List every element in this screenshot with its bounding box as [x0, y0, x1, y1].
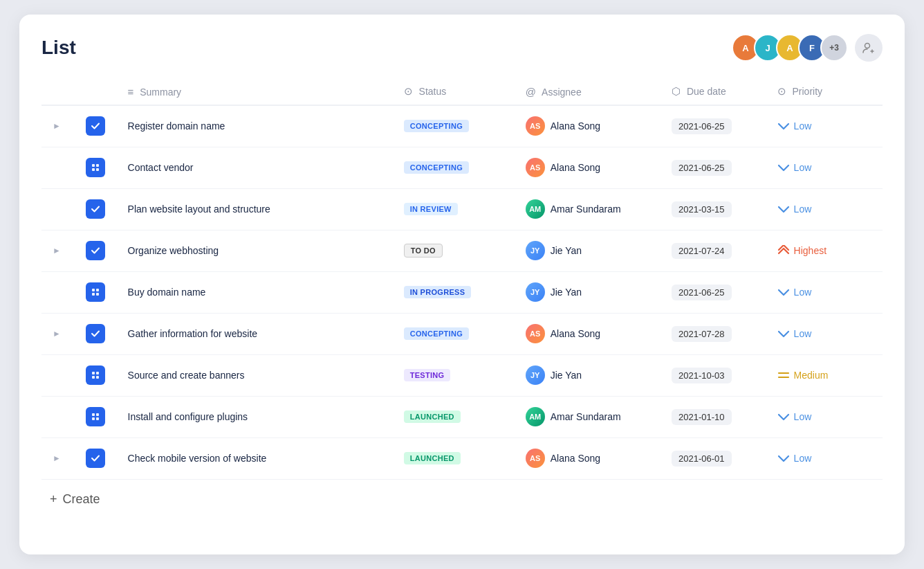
status-cell: CONCEPTING [396, 313, 517, 354]
th-duedate[interactable]: ⬡ Due date [663, 78, 769, 105]
subtask-icon[interactable] [86, 365, 105, 385]
checkbox-icon[interactable] [86, 199, 105, 219]
priority-label: Highest [794, 245, 826, 256]
table-header-row: ≡ Summary ⊙ Status @ Assignee ⬡ Due date… [41, 78, 883, 105]
assignee-avatar: AM [526, 407, 545, 426]
icon-cell [77, 354, 120, 396]
checkbox-icon[interactable] [86, 241, 105, 260]
expand-button[interactable]: ► [50, 118, 64, 134]
assignee-icon: @ [526, 86, 536, 98]
status-badge[interactable]: CONCEPTING [404, 120, 469, 132]
priority-label: Medium [794, 370, 829, 381]
assignee-avatar: AS [526, 116, 545, 136]
duedate-icon: ⬡ [672, 85, 681, 97]
expand-button[interactable]: ► [50, 326, 64, 341]
checkbox-icon[interactable] [86, 324, 105, 343]
status-cell: LAUNCHED [396, 396, 517, 437]
status-icon: ⊙ [404, 85, 413, 97]
status-cell: TESTING [396, 354, 517, 396]
avatar-group: AJAF+3 [732, 34, 848, 62]
assignee-cell: ASAlana Song [517, 147, 663, 188]
expand-cell [41, 188, 77, 230]
status-badge[interactable]: TO DO [404, 244, 443, 258]
th-icon [77, 78, 120, 105]
status-badge[interactable]: CONCEPTING [404, 161, 469, 174]
th-assignee[interactable]: @ Assignee [517, 78, 663, 105]
status-badge[interactable]: LAUNCHED [404, 410, 461, 423]
priority-icon [777, 287, 790, 297]
status-badge[interactable]: LAUNCHED [404, 452, 461, 464]
duedate-cell: 2021-01-10 [663, 396, 769, 437]
priority-icon [777, 204, 790, 214]
priority-value: Highest [777, 245, 874, 256]
assignee-cell: JYJie Yan [517, 230, 663, 271]
table-row: Contact vendorCONCEPTINGASAlana Song2021… [41, 147, 883, 188]
expand-cell: ► [41, 230, 77, 271]
assignee-avatar: JY [526, 365, 545, 385]
status-badge[interactable]: CONCEPTING [404, 327, 469, 340]
expand-cell [41, 147, 77, 188]
summary-cell: Check mobile version of website [120, 437, 396, 479]
duedate-badge: 2021-03-15 [672, 201, 732, 217]
priority-value: Low [777, 120, 874, 132]
priority-label: Priority [793, 86, 823, 97]
duedate-cell: 2021-06-25 [663, 105, 769, 147]
status-cell: LAUNCHED [396, 437, 517, 479]
th-status[interactable]: ⊙ Status [396, 78, 517, 105]
priority-label: Low [794, 411, 812, 422]
table-row: Install and configure pluginsLAUNCHEDAMA… [41, 396, 883, 437]
th-summary[interactable]: ≡ Summary [120, 78, 396, 105]
expand-cell: ► [41, 437, 77, 479]
duedate-cell: 2021-07-28 [663, 313, 769, 354]
svg-rect-2 [96, 164, 99, 167]
status-badge[interactable]: IN REVIEW [404, 203, 458, 215]
duedate-badge: 2021-07-28 [672, 326, 732, 342]
duedate-cell: 2021-06-25 [663, 147, 769, 188]
assignee-avatar: AS [526, 324, 545, 343]
priority-label: Low [794, 328, 812, 339]
status-badge[interactable]: TESTING [404, 369, 451, 381]
priority-label: Low [794, 162, 812, 173]
checkbox-icon[interactable] [86, 449, 105, 468]
assignee-cell: JYJie Yan [517, 354, 663, 396]
priority-icon [777, 453, 790, 463]
status-cell: IN REVIEW [396, 188, 517, 230]
icon-cell [77, 105, 120, 147]
create-row[interactable]: + Create [41, 480, 883, 509]
expand-button[interactable]: ► [50, 451, 64, 466]
expand-cell [41, 396, 77, 437]
svg-rect-16 [96, 413, 99, 416]
assignee-avatar: AS [526, 449, 545, 468]
assignee-cell: ASAlana Song [517, 105, 663, 147]
summary-cell: Source and create banners [120, 354, 396, 396]
priority-cell: Low [769, 271, 883, 313]
add-member-button[interactable] [855, 34, 883, 62]
expand-button[interactable]: ► [50, 243, 64, 258]
table-row: Plan website layout and structureIN REVI… [41, 188, 883, 230]
assignee-avatar: AS [526, 158, 545, 177]
priority-value: Low [777, 411, 874, 422]
assignee-avatar: AM [526, 199, 545, 219]
duedate-badge: 2021-06-25 [672, 160, 732, 176]
priority-value: Medium [777, 370, 874, 381]
th-priority[interactable]: ⊙ Priority [769, 78, 883, 105]
priority-icon [777, 245, 790, 256]
svg-rect-12 [96, 376, 99, 379]
assignee-name: Alana Song [551, 453, 600, 464]
subtask-icon[interactable] [86, 282, 105, 302]
duedate-badge: 2021-06-25 [672, 284, 732, 300]
assignee-name: Alana Song [551, 328, 600, 339]
subtask-icon[interactable] [86, 407, 105, 426]
status-badge[interactable]: IN PROGRESS [404, 286, 472, 298]
priority-label: Low [794, 453, 812, 464]
checkbox-icon[interactable] [86, 116, 105, 136]
summary-label: Summary [140, 87, 181, 98]
assignee-name: Amar Sundaram [551, 204, 621, 215]
assignee-avatar: JY [526, 282, 545, 302]
assignee-cell: AMAmar Sundaram [517, 396, 663, 437]
svg-rect-3 [92, 168, 95, 171]
priority-label: Low [794, 120, 812, 132]
subtask-icon[interactable] [86, 158, 105, 177]
assignee-cell: JYJie Yan [517, 271, 663, 313]
priority-label: Low [794, 204, 812, 215]
